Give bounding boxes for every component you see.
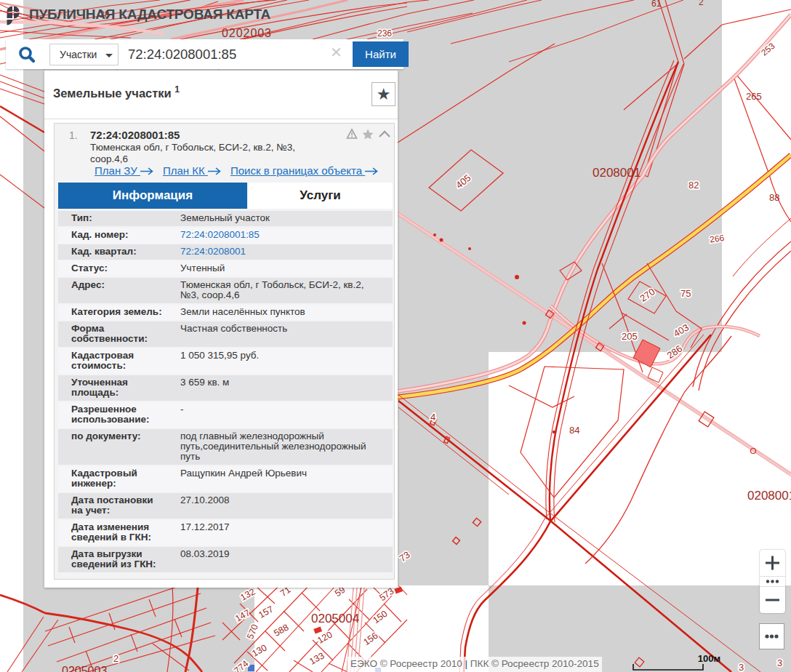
- svg-text:100м: 100м: [698, 653, 720, 664]
- svg-text:2: 2: [699, 0, 704, 7]
- svg-text:0205004: 0205004: [311, 612, 359, 625]
- svg-text:75: 75: [680, 288, 691, 299]
- svg-text:82: 82: [688, 180, 699, 191]
- svg-text:4: 4: [430, 412, 435, 423]
- svg-text:2: 2: [113, 653, 119, 664]
- svg-text:61: 61: [651, 0, 662, 9]
- svg-text:88: 88: [769, 192, 779, 203]
- svg-text:3: 3: [739, 662, 744, 672]
- svg-text:0208001: 0208001: [747, 489, 791, 503]
- svg-text:205: 205: [622, 331, 638, 342]
- svg-text:84: 84: [569, 425, 579, 436]
- svg-text:3: 3: [777, 657, 782, 668]
- svg-text:266: 266: [709, 233, 725, 245]
- svg-text:0205003: 0205003: [62, 665, 107, 672]
- svg-text:265: 265: [746, 91, 762, 102]
- svg-text:236: 236: [377, 28, 392, 39]
- svg-text:0208001: 0208001: [593, 166, 641, 180]
- svg-text:0202003: 0202003: [222, 27, 271, 39]
